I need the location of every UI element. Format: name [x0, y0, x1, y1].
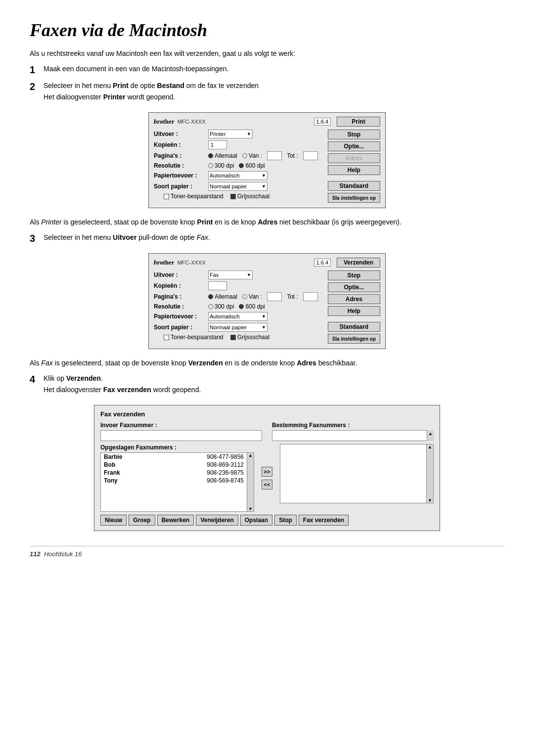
dialog1-resolutie-label: Resolutie :: [154, 162, 208, 169]
dialog1-radio-300[interactable]: 300 dpi: [208, 162, 234, 169]
dialog1-uitvoer-select[interactable]: Printer ▼: [208, 130, 253, 138]
dialog2-soortpapier-select[interactable]: Normaal papier ▼: [208, 323, 267, 332]
step-3-text: Selecteer in het menu Uitvoer pull-down …: [44, 232, 504, 243]
fax-bottom-buttons: Nieuw Groep Bewerken Verwijderen Opslaan…: [100, 515, 434, 526]
dest-scroll-down-icon[interactable]: ▼: [428, 498, 432, 503]
fax-dest-scrollbar[interactable]: ▲ ▼: [426, 445, 433, 503]
dialog2-paginas-row: Pagina's : Allemaal Van : Tot :: [154, 292, 324, 301]
page-title: Faxen via de Macintosh: [30, 20, 504, 41]
dialog2-van-input[interactable]: [267, 292, 282, 301]
dialog1-300-label: 300 dpi: [215, 162, 234, 169]
footer: 112 Hoofdstuk 16: [30, 550, 504, 558]
dialog2-help-button[interactable]: Help: [328, 306, 380, 316]
dialog2-optie-button[interactable]: Optie...: [328, 282, 380, 292]
dialog2-radio-600[interactable]: 600 dpi: [239, 303, 265, 310]
fax-stop-button[interactable]: Stop: [274, 515, 297, 526]
dialog1-tot-input[interactable]: [303, 151, 318, 160]
list-item[interactable]: Tony 908-569-8745: [101, 477, 247, 485]
dialog1-papiertoevoer-select[interactable]: Automatisch ▼: [208, 171, 267, 180]
dialog1-print-button[interactable]: Print: [337, 117, 380, 127]
dialog2-uitvoer-select[interactable]: Fax ▼: [208, 270, 253, 279]
dialog2-toner-label: Toner-bespaarstand: [171, 334, 223, 341]
fax-back-button[interactable]: <<: [262, 480, 273, 489]
para-after-dialog1: Als Printer is geselecteerd, staat op de…: [30, 217, 504, 227]
fax-opslaan-button[interactable]: Opslaan: [240, 515, 272, 526]
dialog1-paginas-radio-group: Allemaal Van : Tot :: [208, 151, 318, 160]
dialog2-papiertoevoer-select[interactable]: Automatisch ▼: [208, 312, 267, 321]
dialog1-toner-label: Toner-bespaarstand: [171, 193, 223, 200]
dialog2-paginas-radio-group: Allemaal Van : Tot :: [208, 292, 318, 301]
dialog2-soortpapier-label: Soort papier :: [154, 324, 208, 331]
dest-scroll-up-icon[interactable]: ▲: [428, 445, 432, 449]
step-4-line1: Klik op Verzenden.: [44, 373, 504, 384]
dialog1-radio-600[interactable]: 600 dpi: [239, 162, 265, 169]
fax-nieuw-button[interactable]: Nieuw: [100, 515, 127, 526]
dialog1-toner-checkbox[interactable]: Toner-bespaarstand: [164, 193, 223, 200]
fax-invoer-input[interactable]: [100, 430, 262, 441]
dialog2-radio-allemaal[interactable]: Allemaal: [208, 293, 237, 300]
dialog1-sla-button[interactable]: Sla instellingen op: [328, 193, 380, 203]
dialog2-buttons: Stop Optie... Adres Help Standaard Sla i…: [328, 270, 380, 344]
footer-page-num: 112: [30, 550, 41, 558]
dialog2-sla-button[interactable]: Sla instellingen op: [328, 334, 380, 344]
fax-bestemming-scrollbar[interactable]: ▲: [427, 430, 434, 441]
dialog1-optie-button[interactable]: Optie...: [328, 141, 380, 151]
dialog2-adres-button[interactable]: Adres: [328, 294, 380, 304]
dialog2-grijs-checkbox[interactable]: Grijssschaal: [230, 334, 269, 341]
dialog1-checkboxes-row: Toner-bespaarstand Grijssschaal: [154, 193, 324, 200]
dialog1-stop-button[interactable]: Stop: [328, 130, 380, 139]
dialog2-grijs-label: Grijssschaal: [237, 334, 269, 341]
fax-groep-button[interactable]: Groep: [129, 515, 155, 526]
dialog2-radio-van[interactable]: Van :: [242, 293, 262, 300]
fax-forward-button[interactable]: >>: [262, 467, 273, 477]
dialog1-van-input[interactable]: [267, 151, 282, 160]
fax-dialog: Fax verzenden Invoer Faxnummer : Bestemm…: [94, 405, 440, 531]
dialog2-fields: Uitvoer : Fax ▼ Kopieën : Pagina's :: [154, 270, 324, 344]
list-item[interactable]: Bob 908-869-3112: [101, 461, 247, 469]
dialog1-radio-allemaal[interactable]: Allemaal: [208, 152, 237, 159]
fax-bewerken-button[interactable]: Bewerken: [157, 515, 194, 526]
dialog1-soortpapier-select[interactable]: Normaal papier ▼: [208, 182, 267, 191]
dialog2-toner-checkbox[interactable]: Toner-bespaarstand: [164, 334, 223, 341]
dialog2-radio-300[interactable]: 300 dpi: [208, 303, 234, 310]
list-scroll-up-icon[interactable]: ▲: [248, 453, 253, 458]
fax-verwijderen-button[interactable]: Verwijderen: [196, 515, 238, 526]
dialog2-allemaal-label: Allemaal: [215, 293, 237, 300]
step-1: 1 Maak een document in een van de Macint…: [30, 64, 504, 76]
dialog2-tot-input[interactable]: [303, 292, 318, 301]
dialog2-brand: brother: [154, 259, 175, 267]
dialog1-checkbox-group: Toner-bespaarstand Grijssschaal: [164, 193, 269, 200]
dialog1-papiertoevoer-row: Papiertoevoer : Automatisch ▼: [154, 171, 324, 180]
dialog1-grijs-checkbox[interactable]: Grijssschaal: [230, 193, 269, 200]
list-item[interactable]: Frank 908-236-9875: [101, 469, 247, 477]
dialog1-uitvoer-value: Printer: [210, 131, 225, 137]
dialog1-adres-button[interactable]: Adres: [328, 153, 380, 163]
d2-radio-filled-icon: [208, 294, 213, 299]
dialog1-version: 1.6.4: [314, 118, 331, 126]
dialog1-resolutie-row: Resolutie : 300 dpi 600 dpi: [154, 162, 324, 169]
dialog1-standaard-button[interactable]: Standaard: [328, 181, 380, 191]
dialog2-verzenden-button[interactable]: Verzenden: [337, 258, 380, 267]
radio-600-icon: [239, 163, 244, 168]
dialog1-kopieën-input[interactable]: 1: [208, 140, 227, 149]
fax-list-scrollbar[interactable]: ▲ ▼: [247, 453, 254, 511]
dialog1-fields: Uitvoer : Printer ▼ Kopieën : 1 Pagina's…: [154, 130, 324, 203]
scroll-up-icon[interactable]: ▲: [427, 430, 434, 437]
dialog2-uitvoer-label: Uitvoer :: [154, 271, 208, 278]
dialog1-help-button[interactable]: Help: [328, 165, 380, 175]
list-item[interactable]: Barbie 908-477-9856: [101, 453, 247, 461]
dialog1-kopieën-row: Kopieën : 1: [154, 140, 324, 149]
dialog2-resolutie-row: Resolutie : 300 dpi 600 dpi: [154, 303, 324, 310]
fax-verzenden-button[interactable]: Fax verzenden: [299, 515, 349, 526]
dialog2-uitvoer-row: Uitvoer : Fax ▼: [154, 270, 324, 279]
dialog2-papiertoevoer-label: Papiertoevoer :: [154, 313, 208, 320]
dialog2-standaard-button[interactable]: Standaard: [328, 322, 380, 332]
dialog1-wrapper: brother MFC-XXXX 1.6.4 Print Uitvoer : P…: [30, 112, 504, 208]
list-scroll-down-icon[interactable]: ▼: [248, 506, 253, 511]
fax-dialog-title: Fax verzenden: [100, 410, 434, 418]
dialog2-paginas-label: Pagina's :: [154, 293, 208, 300]
dialog2-stop-button[interactable]: Stop: [328, 270, 380, 280]
dialog2-kopieën-input[interactable]: [208, 281, 227, 290]
dialog1-radio-van[interactable]: Van :: [242, 152, 262, 159]
dialog1-soortpapier-row: Soort papier : Normaal papier ▼: [154, 182, 324, 191]
